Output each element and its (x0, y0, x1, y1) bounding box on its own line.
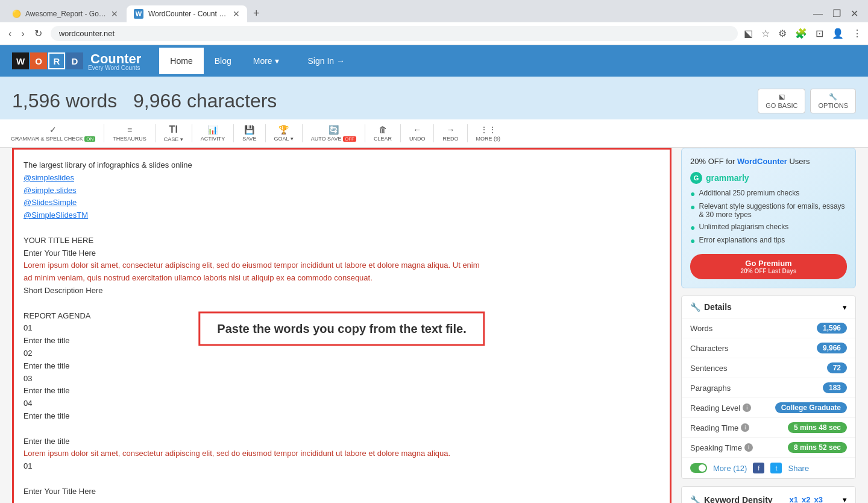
share-link[interactable]: Share (788, 464, 809, 473)
divider-5 (265, 124, 266, 142)
clear-label: CLEAR (374, 136, 392, 142)
puzzle-icon[interactable]: 🧩 (795, 28, 807, 39)
goal-button[interactable]: 🏆 GOAL ▾ (271, 122, 297, 144)
main-nav: Home Blog More ▾ (159, 48, 289, 74)
detail-chars-label: Characters (690, 344, 729, 353)
tab2-close[interactable]: ✕ (233, 9, 240, 19)
nav-home[interactable]: Home (159, 48, 203, 74)
detail-reading-level-value: College Graduate (775, 402, 847, 413)
save-button[interactable]: 💾 SAVE (239, 122, 260, 144)
activity-button[interactable]: 📊 ACTIVITY (197, 122, 229, 144)
ad-title-prefix: 20% OFF for (690, 157, 737, 166)
autosave-button[interactable]: 🔄 AUTO SAVE OFF (307, 122, 360, 144)
keyword-tab-x2[interactable]: x2 (802, 493, 810, 503)
go-premium-subtitle: 20% OFF Last Days (702, 268, 835, 274)
keyword-panel-header[interactable]: 🔧 Keyword Density x1 x2 x3 ▾ (682, 487, 855, 503)
editor-wrapper: The largest library of infographics & sl… (12, 148, 671, 503)
menu-icon[interactable]: ⋮ (852, 28, 862, 39)
back-button[interactable]: ‹ (6, 27, 14, 40)
keyword-tab-x3[interactable]: x3 (814, 493, 823, 503)
extension-icon[interactable]: ⚙ (778, 28, 787, 39)
grammar-label: GRAMMAR & SPELL CHECK ON (11, 136, 95, 142)
tab-2[interactable]: W WordCounter - Count Words &... ✕ (127, 5, 247, 22)
logo-d: D (66, 52, 83, 69)
nav-more[interactable]: More ▾ (242, 48, 290, 74)
divider-2 (155, 124, 156, 142)
detail-row-words: Words 1,596 (682, 318, 855, 338)
logo-text-block: Counter Every Word Counts (88, 51, 141, 71)
refresh-button[interactable]: ↻ (32, 27, 45, 40)
toggle-icon[interactable] (690, 463, 707, 473)
more-link[interactable]: More (12) (713, 464, 747, 473)
twitter-share-button[interactable]: t (770, 463, 782, 473)
content-line-3: @simple.slides (24, 185, 660, 197)
content-line-2: @simpleslides (24, 172, 660, 185)
thesaurus-button[interactable]: ≡ THESAURUS (109, 122, 150, 144)
url-field[interactable] (51, 26, 738, 41)
sign-in-button[interactable]: Sign In → (308, 56, 345, 66)
divider-8 (400, 124, 401, 142)
details-collapse-icon[interactable]: ▾ (843, 303, 847, 312)
save-label: SAVE (242, 136, 256, 142)
content-line-6: YOUR TITLE HERE (24, 235, 660, 247)
window-icon[interactable]: ⊡ (816, 28, 823, 39)
logo-counter-text: Counter (90, 51, 141, 66)
tab2-title: WordCounter - Count Words &... (148, 10, 228, 18)
go-basic-button[interactable]: ⬕ GO BASIC (758, 89, 805, 113)
go-premium-label: Go Premium (745, 259, 791, 268)
grammar-icon: ✓ (49, 125, 57, 134)
keyword-tab-x1[interactable]: x1 (790, 493, 798, 503)
tab1-close[interactable]: ✕ (111, 9, 118, 19)
goal-label: GOAL ▾ (274, 136, 294, 142)
more-button[interactable]: ⋮⋮ MORE (9) (473, 122, 505, 144)
speaking-time-info-icon[interactable]: i (744, 443, 753, 452)
content-line-4: @SlidesSimple (24, 197, 660, 209)
case-button[interactable]: TI CASE ▾ (160, 122, 187, 145)
profile-icon[interactable]: 👤 (832, 28, 844, 39)
go-premium-button[interactable]: Go Premium 20% OFF Last Days (690, 254, 847, 279)
content-line-17: 04 (24, 397, 660, 410)
restore-icon[interactable]: ❐ (832, 8, 841, 19)
undo-label: UNDO (409, 136, 426, 142)
detail-row-reading-level: Reading Level i College Graduate (682, 398, 855, 418)
bookmark-icon[interactable]: ☆ (761, 28, 770, 39)
nav-blog[interactable]: Blog (204, 48, 242, 74)
details-panel-header[interactable]: 🔧 Details ▾ (682, 296, 855, 318)
detail-row-characters: Characters 9,966 (682, 338, 855, 358)
detail-reading-time-label-group: Reading Time i (690, 423, 749, 432)
address-bar: ‹ › ↻ ⬕ ☆ ⚙ 🧩 ⊡ 👤 ⋮ (0, 22, 868, 45)
keyword-collapse-icon[interactable]: ▾ (843, 495, 847, 503)
editor-container[interactable]: The largest library of infographics & sl… (12, 148, 671, 503)
minimize-icon[interactable]: — (813, 8, 823, 19)
new-tab-button[interactable]: + (248, 5, 265, 22)
content-line-21: 01 (24, 460, 660, 473)
close-window-icon[interactable]: ✕ (851, 8, 858, 19)
detail-speaking-time-label-group: Speaking Time i (690, 443, 753, 452)
reading-time-info-icon[interactable]: i (741, 423, 749, 432)
tab-1[interactable]: 🟡 Awesome_Report - Google Slides ✕ (5, 5, 125, 22)
ad-box: 20% OFF for WordCounter Users G grammarl… (681, 148, 856, 288)
stats-bar: 1,596 words 9,966 characters ⬕ GO BASIC … (0, 77, 868, 119)
grammar-check-button[interactable]: ✓ GRAMMAR & SPELL CHECK ON (7, 122, 99, 144)
autosave-icon: 🔄 (329, 125, 339, 134)
undo-button[interactable]: ← UNDO (406, 122, 429, 144)
tab1-favicon: 🟡 (12, 10, 20, 18)
clear-button[interactable]: 🗑 CLEAR (370, 122, 395, 144)
ad-feature-text-3: Unlimited plagiarism checks (699, 223, 788, 231)
detail-speaking-time-label: Speaking Time (690, 443, 742, 452)
facebook-share-button[interactable]: f (753, 463, 764, 473)
cast-icon[interactable]: ⬕ (744, 28, 753, 39)
grammarly-logo: G grammarly (690, 172, 847, 184)
autosave-label: AUTO SAVE OFF (311, 136, 356, 142)
ad-feature-2: ● Relevant style suggestions for emails,… (690, 202, 847, 219)
tab-bar: 🟡 Awesome_Report - Google Slides ✕ W Wor… (0, 0, 868, 22)
more-share-row: More (12) f t Share (682, 458, 855, 478)
activity-label: ACTIVITY (201, 136, 225, 142)
ad-feature-text-4: Error explanations and tips (699, 236, 785, 244)
forward-button[interactable]: › (19, 27, 27, 40)
reading-level-info-icon[interactable]: i (743, 403, 751, 412)
redo-button[interactable]: → REDO (439, 122, 462, 144)
ad-feature-3: ● Unlimited plagiarism checks (690, 223, 847, 232)
detail-row-speaking-time: Speaking Time i 8 mins 52 sec (682, 438, 855, 458)
options-button[interactable]: 🔧 OPTIONS (810, 89, 856, 113)
